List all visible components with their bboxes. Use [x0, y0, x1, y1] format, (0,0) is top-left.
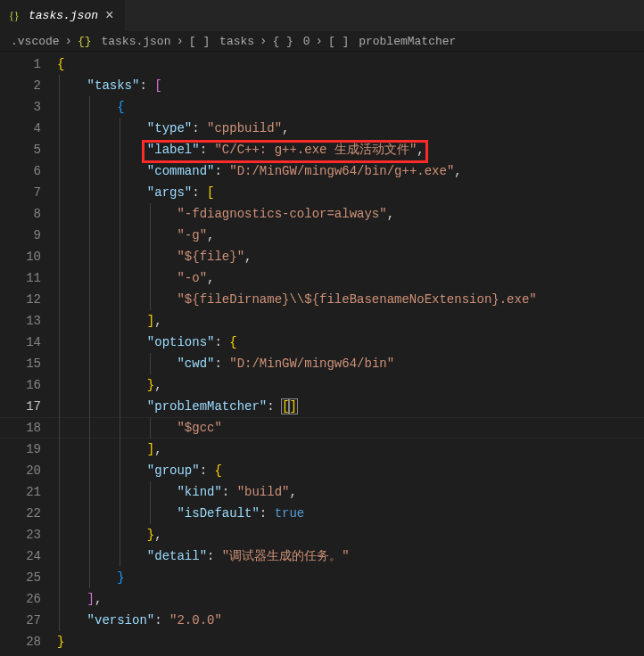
breadcrumb: .vscode › {} tasks.json › [ ] tasks › { … — [0, 31, 644, 51]
line-number: 4 — [0, 118, 41, 139]
code-line[interactable]: "tasks": [ — [57, 75, 644, 96]
tab-tasks-json[interactable]: {} tasks.json × — [0, 0, 126, 31]
object-icon: { } — [273, 35, 293, 48]
breadcrumb-label: tasks.json — [101, 35, 170, 48]
line-number: 11 — [0, 267, 41, 289]
chevron-right-icon: › — [314, 34, 325, 48]
breadcrumb-item-file[interactable]: {} tasks.json — [78, 35, 170, 48]
line-number: 17 — [0, 396, 41, 417]
line-number: 20 — [0, 460, 41, 481]
tab-bar: {} tasks.json × — [0, 0, 644, 31]
chevron-right-icon: › — [63, 34, 74, 48]
code-line[interactable]: "-fdiagnostics-color=always", — [57, 203, 644, 225]
code-line[interactable]: "-o", — [57, 267, 644, 289]
code-line[interactable]: "label": "C/C++: g++.exe 生成活动文件", — [57, 139, 644, 160]
line-number: 2 — [0, 75, 41, 96]
code-line[interactable]: "isDefault": true — [57, 503, 644, 524]
breadcrumb-item-folder[interactable]: .vscode — [11, 35, 60, 48]
line-number: 13 — [0, 310, 41, 332]
line-number: 12 — [0, 289, 41, 310]
line-number: 10 — [0, 246, 41, 267]
line-number: 7 — [0, 182, 41, 203]
tab-label: tasks.json — [29, 9, 98, 22]
code-editor[interactable]: 1234567891011121314151617181920212223242… — [0, 51, 644, 656]
code-line[interactable]: "${fileDirname}\\${fileBasenameNoExtensi… — [57, 289, 644, 310]
code-line[interactable]: "cwd": "D:/MinGW/mingw64/bin" — [57, 353, 644, 374]
code-line[interactable]: "version": "2.0.0" — [57, 610, 644, 631]
code-line[interactable]: { — [57, 96, 644, 118]
line-number: 25 — [0, 567, 41, 588]
line-number-gutter: 1234567891011121314151617181920212223242… — [0, 51, 57, 656]
code-line[interactable]: "detail": "调试器生成的任务。" — [57, 545, 644, 567]
line-number: 5 — [0, 139, 41, 160]
svg-text:{}: {} — [9, 10, 20, 22]
code-line[interactable]: "options": { — [57, 332, 644, 353]
code-line[interactable]: ], — [57, 588, 644, 610]
code-line[interactable]: "$gcc" — [57, 417, 644, 439]
line-number: 21 — [0, 481, 41, 503]
line-number: 27 — [0, 610, 41, 631]
line-number: 8 — [0, 203, 41, 225]
line-number: 14 — [0, 332, 41, 353]
code-line[interactable]: "${file}", — [57, 246, 644, 267]
json-icon: {} — [9, 9, 23, 23]
close-icon[interactable]: × — [103, 8, 116, 24]
chevron-right-icon: › — [174, 34, 185, 48]
breadcrumb-item-problemmatcher[interactable]: [ ] problemMatcher — [328, 35, 456, 48]
code-line[interactable]: ], — [57, 439, 644, 460]
code-line[interactable]: } — [57, 631, 644, 652]
code-line[interactable]: "problemMatcher": [] — [57, 396, 644, 417]
code-area[interactable]: { "tasks": [ { "type": "cppbuild", "labe… — [57, 51, 644, 656]
line-number: 18 — [0, 417, 41, 439]
array-icon: [ ] — [328, 35, 349, 48]
chevron-right-icon: › — [258, 34, 268, 48]
array-icon: [ ] — [189, 35, 210, 48]
line-number: 6 — [0, 160, 41, 182]
breadcrumb-item-index[interactable]: { } 0 — [273, 35, 310, 48]
breadcrumb-label: tasks — [219, 35, 254, 48]
breadcrumb-label: problemMatcher — [359, 35, 456, 48]
code-line[interactable]: { — [57, 53, 644, 75]
code-line[interactable]: "group": { — [57, 460, 644, 481]
line-number: 22 — [0, 503, 41, 524]
line-number: 28 — [0, 631, 41, 652]
code-line[interactable]: }, — [57, 374, 644, 396]
breadcrumb-item-tasks[interactable]: [ ] tasks — [189, 35, 254, 48]
line-number: 9 — [0, 225, 41, 246]
line-number: 1 — [0, 53, 41, 75]
line-number: 3 — [0, 96, 41, 118]
code-line[interactable]: "type": "cppbuild", — [57, 118, 644, 139]
line-number: 15 — [0, 353, 41, 374]
breadcrumb-label: 0 — [303, 35, 310, 48]
line-number: 26 — [0, 588, 41, 610]
code-line[interactable]: "args": [ — [57, 182, 644, 203]
code-line[interactable]: "-g", — [57, 225, 644, 246]
line-number: 19 — [0, 439, 41, 460]
line-number: 23 — [0, 524, 41, 545]
code-line[interactable]: } — [57, 567, 644, 588]
code-line[interactable]: "kind": "build", — [57, 481, 644, 503]
line-number: 16 — [0, 374, 41, 396]
code-line[interactable]: ], — [57, 310, 644, 332]
json-icon: {} — [78, 35, 92, 48]
line-number: 24 — [0, 545, 41, 567]
code-line[interactable]: "command": "D:/MinGW/mingw64/bin/g++.exe… — [57, 160, 644, 182]
code-line[interactable]: }, — [57, 524, 644, 545]
